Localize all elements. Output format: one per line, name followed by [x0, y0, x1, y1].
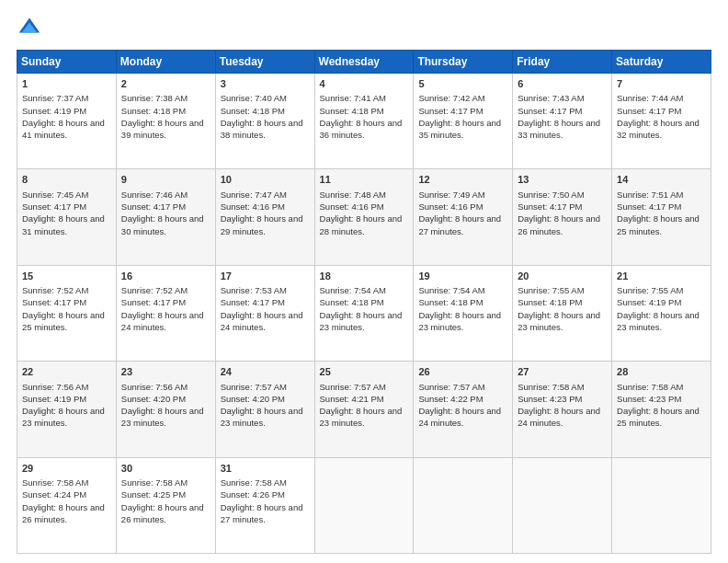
day-number: 20: [518, 270, 607, 283]
calendar-day-header: Sunday: [17, 51, 117, 74]
day-number: 18: [320, 270, 409, 283]
sunrise: Sunrise: 7:52 AM: [121, 285, 188, 295]
calendar-cell: 24Sunrise: 7:57 AMSunset: 4:20 PMDayligh…: [215, 362, 314, 457]
sunset: Sunset: 4:17 PM: [617, 201, 681, 212]
sunset: Sunset: 4:19 PM: [22, 394, 86, 404]
daylight: Daylight: 8 hours and 25 minutes.: [22, 310, 105, 332]
day-number: 23: [121, 365, 210, 379]
calendar-cell: 8Sunrise: 7:45 AMSunset: 4:17 PMDaylight…: [17, 169, 117, 265]
logo: [17, 15, 46, 40]
calendar-cell: 14Sunrise: 7:51 AMSunset: 4:17 PMDayligh…: [612, 169, 711, 265]
calendar-cell: 17Sunrise: 7:53 AMSunset: 4:17 PMDayligh…: [215, 265, 314, 361]
day-number: 21: [617, 270, 706, 283]
daylight: Daylight: 8 hours and 23 minutes.: [418, 310, 501, 332]
daylight: Daylight: 8 hours and 38 minutes.: [221, 118, 303, 140]
sunrise: Sunrise: 7:57 AM: [418, 382, 484, 392]
sunrise: Sunrise: 7:38 AM: [121, 93, 188, 103]
calendar-cell: 5Sunrise: 7:42 AMSunset: 4:17 PMDaylight…: [414, 74, 513, 169]
calendar-cell: 29Sunrise: 7:58 AMSunset: 4:24 PMDayligh…: [17, 457, 117, 553]
sunset: Sunset: 4:24 PM: [22, 489, 86, 500]
sunset: Sunset: 4:19 PM: [22, 106, 86, 116]
daylight: Daylight: 8 hours and 26 minutes.: [518, 213, 600, 236]
calendar-cell: 13Sunrise: 7:50 AMSunset: 4:17 PMDayligh…: [513, 169, 612, 265]
sunrise: Sunrise: 7:49 AM: [418, 190, 484, 200]
sunset: Sunset: 4:18 PM: [320, 106, 384, 116]
calendar-cell: 11Sunrise: 7:48 AMSunset: 4:16 PMDayligh…: [314, 169, 414, 265]
sunrise: Sunrise: 7:58 AM: [617, 382, 683, 392]
sunset: Sunset: 4:18 PM: [221, 106, 285, 116]
daylight: Daylight: 8 hours and 23 minutes.: [320, 406, 403, 428]
sunrise: Sunrise: 7:54 AM: [320, 285, 386, 295]
sunrise: Sunrise: 7:48 AM: [320, 190, 386, 200]
sunrise: Sunrise: 7:54 AM: [418, 285, 484, 295]
sunrise: Sunrise: 7:58 AM: [221, 477, 287, 488]
daylight: Daylight: 8 hours and 23 minutes.: [617, 310, 700, 332]
calendar-cell: 25Sunrise: 7:57 AMSunset: 4:21 PMDayligh…: [314, 362, 414, 457]
calendar-cell: [414, 457, 513, 553]
sunset: Sunset: 4:17 PM: [221, 297, 285, 307]
sunrise: Sunrise: 7:47 AM: [221, 190, 287, 200]
day-number: 19: [418, 270, 507, 283]
calendar-day-header: Saturday: [612, 51, 711, 74]
sunset: Sunset: 4:17 PM: [22, 201, 86, 212]
sunset: Sunset: 4:17 PM: [617, 106, 681, 116]
daylight: Daylight: 8 hours and 23 minutes.: [22, 406, 105, 428]
sunrise: Sunrise: 7:56 AM: [22, 382, 88, 392]
calendar-cell: [513, 457, 612, 553]
sunrise: Sunrise: 7:57 AM: [320, 382, 386, 392]
sunrise: Sunrise: 7:52 AM: [22, 285, 88, 295]
day-number: 6: [518, 77, 607, 91]
sunset: Sunset: 4:25 PM: [121, 489, 186, 500]
day-number: 11: [320, 173, 409, 187]
daylight: Daylight: 8 hours and 28 minutes.: [320, 213, 403, 236]
day-number: 16: [121, 270, 210, 283]
sunrise: Sunrise: 7:55 AM: [617, 285, 683, 295]
calendar-day-header: Thursday: [414, 51, 513, 74]
calendar-cell: 9Sunrise: 7:46 AMSunset: 4:17 PMDaylight…: [116, 169, 215, 265]
page: SundayMondayTuesdayWednesdayThursdayFrid…: [0, 0, 728, 563]
sunrise: Sunrise: 7:55 AM: [518, 285, 584, 295]
daylight: Daylight: 8 hours and 24 minutes.: [221, 310, 303, 332]
day-number: 3: [221, 77, 310, 91]
calendar-cell: 19Sunrise: 7:54 AMSunset: 4:18 PMDayligh…: [414, 265, 513, 361]
sunset: Sunset: 4:17 PM: [22, 297, 86, 307]
daylight: Daylight: 8 hours and 41 minutes.: [22, 118, 105, 140]
calendar-day-header: Tuesday: [215, 51, 314, 74]
calendar-cell: 1Sunrise: 7:37 AMSunset: 4:19 PMDaylight…: [17, 74, 117, 169]
day-number: 8: [22, 173, 111, 187]
sunset: Sunset: 4:20 PM: [221, 394, 285, 404]
day-number: 13: [518, 173, 607, 187]
sunset: Sunset: 4:18 PM: [121, 106, 186, 116]
calendar-cell: 7Sunrise: 7:44 AMSunset: 4:17 PMDaylight…: [612, 74, 711, 169]
day-number: 4: [320, 77, 409, 91]
calendar-cell: 4Sunrise: 7:41 AMSunset: 4:18 PMDaylight…: [314, 74, 414, 169]
sunrise: Sunrise: 7:43 AM: [518, 93, 584, 103]
sunrise: Sunrise: 7:50 AM: [518, 190, 584, 200]
calendar-week-row: 8Sunrise: 7:45 AMSunset: 4:17 PMDaylight…: [17, 169, 711, 265]
daylight: Daylight: 8 hours and 23 minutes.: [121, 406, 204, 428]
day-number: 14: [617, 173, 706, 187]
daylight: Daylight: 8 hours and 25 minutes.: [617, 213, 700, 236]
calendar-week-row: 29Sunrise: 7:58 AMSunset: 4:24 PMDayligh…: [17, 457, 711, 553]
sunset: Sunset: 4:22 PM: [418, 394, 483, 404]
day-number: 9: [121, 173, 210, 187]
calendar-cell: 6Sunrise: 7:43 AMSunset: 4:17 PMDaylight…: [513, 74, 612, 169]
calendar-cell: 2Sunrise: 7:38 AMSunset: 4:18 PMDaylight…: [116, 74, 215, 169]
sunrise: Sunrise: 7:46 AM: [121, 190, 188, 200]
day-number: 15: [22, 270, 111, 283]
day-number: 25: [320, 365, 409, 379]
day-number: 5: [418, 77, 507, 91]
calendar-cell: 21Sunrise: 7:55 AMSunset: 4:19 PMDayligh…: [612, 265, 711, 361]
day-number: 31: [221, 462, 310, 476]
sunrise: Sunrise: 7:58 AM: [22, 477, 88, 488]
day-number: 29: [22, 462, 111, 476]
sunrise: Sunrise: 7:42 AM: [418, 93, 484, 103]
daylight: Daylight: 8 hours and 27 minutes.: [221, 502, 303, 524]
daylight: Daylight: 8 hours and 29 minutes.: [221, 213, 303, 236]
day-number: 28: [617, 365, 706, 379]
calendar-cell: [314, 457, 414, 553]
sunset: Sunset: 4:18 PM: [320, 297, 384, 307]
daylight: Daylight: 8 hours and 32 minutes.: [617, 118, 700, 140]
day-number: 7: [617, 77, 706, 91]
day-number: 22: [22, 365, 111, 379]
